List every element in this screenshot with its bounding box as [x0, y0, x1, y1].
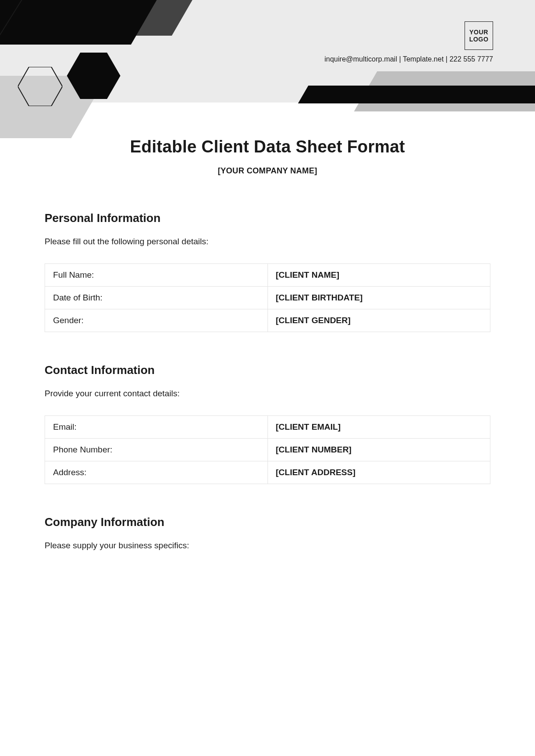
field-label: Full Name:	[45, 264, 268, 287]
section-instruction: Provide your current contact details:	[45, 389, 490, 399]
field-label: Address:	[45, 461, 268, 484]
field-value[interactable]: [CLIENT GENDER]	[268, 309, 490, 332]
logo-text: YOUR LOGO	[465, 29, 493, 43]
field-label: Gender:	[45, 309, 268, 332]
personal-info-table: Full Name: [CLIENT NAME] Date of Birth: …	[45, 263, 490, 332]
section-instruction: Please fill out the following personal d…	[45, 237, 490, 247]
logo-placeholder: YOUR LOGO	[465, 21, 493, 50]
field-value[interactable]: [CLIENT EMAIL]	[268, 416, 490, 439]
header-band: YOUR LOGO inquire@multicorp.mail | Templ…	[0, 0, 535, 103]
hexagon-outline-icon	[18, 67, 62, 106]
table-row: Address: [CLIENT ADDRESS]	[45, 461, 490, 484]
decor-shape	[298, 86, 535, 103]
section-heading: Personal Information	[45, 211, 490, 225]
field-value[interactable]: [CLIENT BIRTHDATE]	[268, 287, 490, 309]
section-instruction: Please supply your business specifics:	[45, 541, 490, 551]
section-heading: Company Information	[45, 515, 490, 529]
field-value[interactable]: [CLIENT ADDRESS]	[268, 461, 490, 484]
section-heading: Contact Information	[45, 363, 490, 377]
section-company-information: Company Information Please supply your b…	[45, 515, 490, 551]
table-row: Date of Birth: [CLIENT BIRTHDATE]	[45, 287, 490, 309]
field-label: Email:	[45, 416, 268, 439]
section-personal-information: Personal Information Please fill out the…	[45, 211, 490, 332]
field-value[interactable]: [CLIENT NAME]	[268, 264, 490, 287]
table-row: Gender: [CLIENT GENDER]	[45, 309, 490, 332]
field-label: Date of Birth:	[45, 287, 268, 309]
section-contact-information: Contact Information Provide your current…	[45, 363, 490, 484]
table-row: Phone Number: [CLIENT NUMBER]	[45, 439, 490, 461]
contact-info-table: Email: [CLIENT EMAIL] Phone Number: [CLI…	[45, 415, 490, 484]
table-row: Full Name: [CLIENT NAME]	[45, 264, 490, 287]
svg-marker-0	[18, 67, 62, 106]
field-label: Phone Number:	[45, 439, 268, 461]
field-value[interactable]: [CLIENT NUMBER]	[268, 439, 490, 461]
table-row: Email: [CLIENT EMAIL]	[45, 416, 490, 439]
page-title: Editable Client Data Sheet Format	[45, 137, 490, 156]
contact-line: inquire@multicorp.mail | Template.net | …	[325, 55, 493, 63]
company-name-placeholder: [YOUR COMPANY NAME]	[45, 166, 490, 176]
document-content: Editable Client Data Sheet Format [YOUR …	[0, 129, 535, 567]
